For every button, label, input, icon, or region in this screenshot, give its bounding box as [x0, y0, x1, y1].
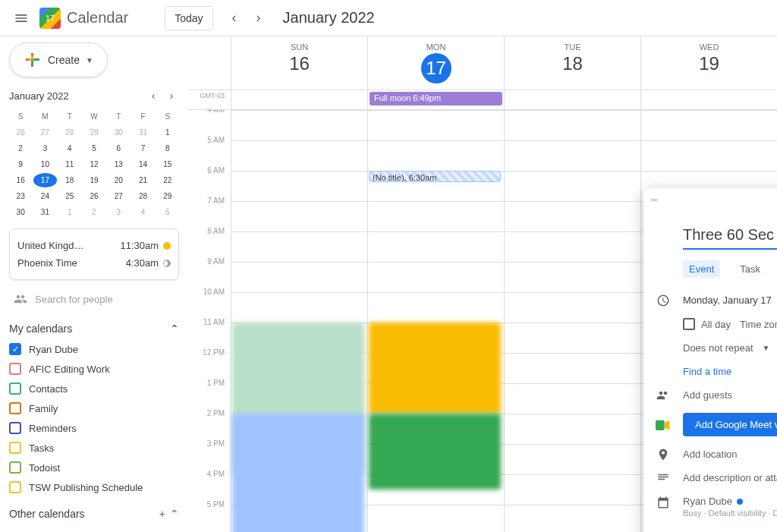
calendar-event[interactable]	[369, 323, 501, 414]
mini-day[interactable]: 30	[107, 125, 130, 140]
allday-cell[interactable]: Full moon 6:49pm	[367, 90, 504, 109]
organizer-name[interactable]: Ryan Dube	[683, 496, 732, 507]
calendar-checkbox[interactable]	[9, 402, 21, 414]
mini-day[interactable]: 26	[9, 125, 32, 140]
mini-day[interactable]: 14	[131, 157, 154, 172]
create-button[interactable]: Create ▼	[9, 42, 108, 77]
search-people-input[interactable]: Search for people	[9, 292, 179, 306]
allday-cell[interactable]	[640, 90, 777, 109]
mini-day[interactable]: 25	[58, 189, 81, 203]
mini-day[interactable]: 27	[33, 125, 56, 140]
calendar-item[interactable]: Todoist	[9, 458, 179, 477]
mini-day[interactable]: 24	[33, 189, 56, 203]
mini-calendar-title[interactable]: January 2022	[9, 90, 69, 102]
add-location-input[interactable]: Add location	[683, 449, 738, 460]
mini-day[interactable]: 13	[107, 157, 130, 172]
mini-day[interactable]: 30	[9, 205, 32, 219]
mini-day[interactable]: 8	[156, 141, 179, 156]
mini-day[interactable]: 3	[107, 205, 130, 219]
grid-cell[interactable]	[504, 232, 640, 262]
mini-day[interactable]: 6	[107, 141, 130, 156]
grid-cell[interactable]	[504, 202, 640, 231]
calendar-checkbox[interactable]	[9, 363, 21, 375]
calendar-checkbox[interactable]	[9, 442, 21, 454]
find-time-link[interactable]: Find a time	[683, 366, 731, 377]
mini-day[interactable]: 7	[131, 141, 154, 156]
drag-handle-icon[interactable]: ═	[651, 194, 659, 216]
day-column-header[interactable]: Tue18	[504, 36, 640, 90]
grid-cell[interactable]	[504, 445, 640, 474]
allday-checkbox[interactable]	[683, 318, 695, 330]
mini-day[interactable]: 5	[83, 141, 105, 156]
mini-day[interactable]: 3	[33, 141, 56, 156]
allday-event[interactable]: Full moon 6:49pm	[370, 92, 502, 105]
calendar-checkbox[interactable]	[9, 343, 21, 355]
calendar-item[interactable]: Tasks	[9, 438, 179, 458]
calendar-checkbox[interactable]	[9, 382, 21, 395]
mini-day[interactable]: 2	[9, 141, 32, 156]
mini-day[interactable]: 16	[9, 173, 32, 187]
mini-next-month[interactable]: ›	[164, 90, 179, 102]
calendar-checkbox[interactable]	[9, 422, 21, 434]
day-column-header[interactable]: Wed19	[640, 36, 777, 90]
allday-cell[interactable]	[231, 90, 367, 109]
mini-day[interactable]: 27	[107, 189, 130, 203]
mini-day[interactable]: 1	[156, 125, 179, 140]
main-menu-button[interactable]	[6, 3, 36, 33]
day-column-header[interactable]: Sun16	[231, 36, 367, 90]
grid-cell[interactable]	[231, 202, 367, 231]
mini-day[interactable]: 5	[156, 205, 179, 219]
mini-day[interactable]: 9	[9, 157, 32, 172]
grid-cell[interactable]	[640, 111, 777, 140]
grid-cell[interactable]	[367, 202, 504, 231]
add-description-input[interactable]: Add description or attachments	[683, 472, 777, 483]
grid-cell[interactable]	[367, 141, 504, 171]
tab-event[interactable]: Event	[683, 260, 720, 278]
calendar-item[interactable]: Family	[9, 398, 179, 418]
mini-day[interactable]: 18	[58, 173, 81, 187]
grid-cell[interactable]	[504, 323, 640, 353]
grid-cell[interactable]	[504, 293, 640, 323]
current-period-label[interactable]: January 2022	[283, 9, 375, 27]
mini-day[interactable]: 17	[33, 173, 56, 187]
calendar-item[interactable]: Contacts	[9, 379, 179, 398]
grid-cell[interactable]	[504, 111, 640, 140]
tab-task[interactable]: Task	[734, 260, 766, 278]
calendar-checkbox[interactable]	[9, 481, 21, 493]
mini-day[interactable]: 4	[131, 205, 154, 219]
calendar-event[interactable]: (No title), 6:30am	[369, 171, 501, 182]
grid-cell[interactable]	[504, 414, 640, 444]
event-date[interactable]: Monday, January 17	[683, 294, 772, 306]
calendar-item[interactable]: TSW Publishing Schedule	[9, 477, 179, 497]
mini-day[interactable]: 19	[83, 173, 105, 187]
grid-cell[interactable]	[367, 232, 504, 262]
grid-cell[interactable]	[231, 172, 367, 201]
next-period-button[interactable]: ›	[247, 6, 271, 30]
mini-day[interactable]: 31	[131, 125, 154, 140]
timezone-link[interactable]: Time zone	[740, 319, 777, 330]
prev-period-button[interactable]: ‹	[222, 6, 247, 30]
mini-day[interactable]: 29	[156, 189, 179, 203]
add-guests-input[interactable]: Add guests	[683, 389, 732, 401]
grid-cell[interactable]	[367, 293, 504, 323]
mini-day[interactable]: 4	[58, 141, 81, 156]
event-title-input[interactable]	[683, 222, 777, 250]
grid-cell[interactable]	[504, 384, 640, 414]
calendar-checkbox[interactable]	[9, 461, 21, 474]
mini-day[interactable]: 31	[33, 205, 56, 219]
add-meet-button[interactable]: Add Google Meet video conferencing	[683, 413, 777, 436]
grid-cell[interactable]	[504, 505, 640, 532]
grid-cell[interactable]	[367, 263, 504, 292]
today-button[interactable]: Today	[165, 6, 212, 30]
grid-cell[interactable]	[504, 172, 640, 201]
mini-day[interactable]: 2	[83, 205, 105, 219]
mini-prev-month[interactable]: ‹	[146, 90, 161, 102]
mini-day[interactable]: 29	[83, 125, 105, 140]
mini-day[interactable]: 28	[58, 125, 81, 140]
mini-day[interactable]: 28	[131, 189, 154, 203]
mini-day[interactable]: 23	[9, 189, 32, 203]
calendar-event[interactable]	[369, 414, 501, 490]
my-calendars-header[interactable]: My calendars ⌃	[9, 318, 179, 339]
mini-day[interactable]: 26	[83, 189, 105, 203]
grid-cell[interactable]	[504, 354, 640, 383]
